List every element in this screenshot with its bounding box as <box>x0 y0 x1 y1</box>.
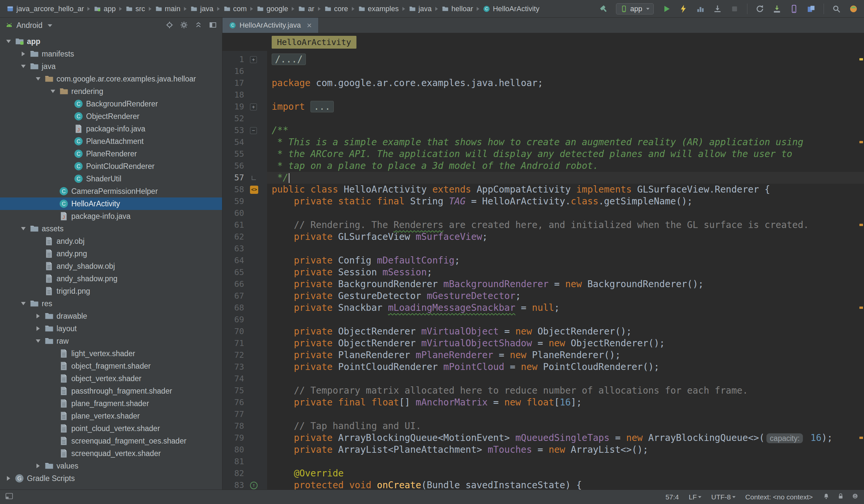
sync-icon[interactable] <box>755 4 765 13</box>
code-line-80[interactable]: 80 private ArrayList<PlaneAttachment> mT… <box>223 444 864 456</box>
line-number[interactable]: 54 <box>223 136 248 148</box>
line-number[interactable]: 82 <box>223 468 248 479</box>
chevron-down-icon[interactable] <box>32 339 44 343</box>
code-line-52[interactable]: 52 <box>223 113 864 124</box>
tree-item-shaderutil[interactable]: CShaderUtil <box>0 172 222 185</box>
line-separator-widget[interactable]: LF <box>689 493 702 501</box>
code-line-61[interactable]: 61 // Rendering. The Renderers are creat… <box>223 219 864 231</box>
tree-item-backgroundrenderer[interactable]: CBackgroundRenderer <box>0 98 222 110</box>
line-number[interactable]: 18 <box>223 89 248 101</box>
breadcrumb-class-chip[interactable]: HelloArActivity <box>272 36 357 49</box>
breadcrumb-item-examples[interactable]: examples <box>357 4 399 14</box>
breadcrumb-item-java[interactable]: java <box>190 4 214 14</box>
line-number[interactable]: 68 <box>223 302 248 314</box>
locate-icon[interactable] <box>166 21 173 30</box>
stripe-warning-mark[interactable] <box>860 141 863 143</box>
tree-item-drawable[interactable]: drawable <box>0 310 222 322</box>
code-line-70[interactable]: 70 private ObjectRenderer mVirtualObject… <box>223 326 864 337</box>
attach-debugger-icon[interactable] <box>713 4 722 13</box>
tree-item-object-fragment-shader[interactable]: object_fragment.shader <box>0 360 222 372</box>
fold-collapse-icon[interactable]: − <box>250 127 257 134</box>
code-line-67[interactable]: 67 private GestureDetector mGestureDetec… <box>223 290 864 302</box>
line-number[interactable]: 60 <box>223 207 248 219</box>
code-line-74[interactable]: 74 <box>223 373 864 385</box>
error-stripe[interactable] <box>858 51 864 490</box>
code-line-75[interactable]: 75 // Temporary matrix allocated here to… <box>223 385 864 397</box>
stripe-caret-mark[interactable] <box>860 58 863 60</box>
layout-inspector-icon[interactable] <box>806 4 816 13</box>
chevron-right-icon[interactable] <box>17 51 29 56</box>
project-view-selector[interactable]: Android <box>5 21 52 30</box>
sdk-manager-icon[interactable] <box>772 4 781 13</box>
line-number[interactable]: 57 <box>223 172 248 184</box>
breadcrumb-item-helloaractivity[interactable]: CHelloArActivity <box>482 4 540 14</box>
line-number[interactable]: 64 <box>223 255 248 266</box>
hide-panel-icon[interactable] <box>209 21 217 30</box>
avd-manager-icon[interactable] <box>789 4 799 13</box>
fold-expand-icon[interactable]: + <box>250 104 257 110</box>
code-line-83[interactable]: 83↑ protected void onCreate(Bundle saved… <box>223 479 864 490</box>
code-line-81[interactable]: 81 <box>223 456 864 468</box>
code-line-16[interactable]: 16 <box>223 65 864 77</box>
tree-item-planeattachment[interactable]: CPlaneAttachment <box>0 135 222 147</box>
breadcrumb-item-java-arcore-hello-ar[interactable]: java_arcore_hello_ar <box>6 4 84 14</box>
line-number[interactable]: 17 <box>223 77 248 89</box>
line-number[interactable]: 19 <box>223 101 248 113</box>
tree-item-planerenderer[interactable]: CPlaneRenderer <box>0 147 222 160</box>
breadcrumb-item-google[interactable]: google <box>256 4 289 14</box>
code-line-71[interactable]: 71 private ObjectRenderer mVirtualObject… <box>223 337 864 349</box>
line-number[interactable]: 71 <box>223 337 248 349</box>
caret-position-widget[interactable]: 57:4 <box>665 493 679 501</box>
code-line-72[interactable]: 72 private PlaneRenderer mPlaneRenderer … <box>223 349 864 361</box>
tree-item-package-info-java[interactable]: Jpackage-info.java <box>0 122 222 135</box>
tree-item-assets[interactable]: assets <box>0 223 222 235</box>
code-line-76[interactable]: 76 private final float[] mAnchorMatrix =… <box>223 397 864 408</box>
tree-item-camerapermissionhelper[interactable]: CCameraPermissionHelper <box>0 185 222 197</box>
code-line-73[interactable]: 73 private PointCloudRenderer mPointClou… <box>223 361 864 373</box>
inspections-icon[interactable] <box>852 492 859 501</box>
search-icon[interactable] <box>832 4 841 13</box>
line-number[interactable]: 76 <box>223 397 248 408</box>
assistant-icon[interactable] <box>849 4 858 13</box>
tree-item-com-google-ar-core-examples-java-helloar[interactable]: com.google.ar.core.examples.java.helloar <box>0 73 222 85</box>
line-number[interactable]: 73 <box>223 361 248 373</box>
code-line-69[interactable]: 69 <box>223 314 864 326</box>
toolwindow-switcher-icon[interactable] <box>5 492 13 502</box>
line-number[interactable]: 80 <box>223 444 248 456</box>
code-line-82[interactable]: 82 @Override <box>223 468 864 479</box>
code-line-17[interactable]: 17package com.google.ar.core.examples.ja… <box>223 77 864 89</box>
tree-item-rendering[interactable]: rendering <box>0 85 222 98</box>
tree-item-plane-vertex-shader[interactable]: plane_vertex.shader <box>0 410 222 422</box>
override-method-icon[interactable]: ↑ <box>250 482 257 489</box>
breadcrumb-item-java[interactable]: java <box>408 4 432 14</box>
code-line-55[interactable]: 55 * the ARCore API. The application wil… <box>223 148 864 160</box>
code-line-78[interactable]: 78 // Tap handling and UI. <box>223 420 864 432</box>
line-number[interactable]: 66 <box>223 278 248 290</box>
line-number[interactable]: 1 <box>223 53 248 65</box>
line-number[interactable]: 63 <box>223 243 248 255</box>
chevron-down-icon[interactable] <box>3 40 14 43</box>
run-icon[interactable] <box>662 4 671 13</box>
tree-item-helloaractivity[interactable]: CHelloArActivity <box>0 197 222 210</box>
tree-item-values[interactable]: values <box>0 460 222 472</box>
line-number[interactable]: 61 <box>223 219 248 231</box>
breadcrumb-item-app[interactable]: app <box>93 4 116 14</box>
line-number[interactable]: 69 <box>223 314 248 326</box>
line-number[interactable]: 67 <box>223 290 248 302</box>
stripe-warning-mark[interactable] <box>860 437 863 439</box>
code-line-66[interactable]: 66 private BackgroundRenderer mBackgroun… <box>223 278 864 290</box>
tree-item-app[interactable]: app <box>0 35 222 48</box>
tree-item-passthrough-fragment-shader[interactable]: passthrough_fragment.shader <box>0 385 222 397</box>
breadcrumb-item-helloar[interactable]: helloar <box>441 4 474 14</box>
code-line-19[interactable]: 19+import ... <box>223 101 864 113</box>
line-number[interactable]: 83 <box>223 479 248 490</box>
code-line-56[interactable]: 56 * tap on a plane to place a 3d model … <box>223 160 864 172</box>
chevron-right-icon[interactable] <box>32 314 44 319</box>
tree-item-pointcloudrenderer[interactable]: CPointCloudRenderer <box>0 160 222 172</box>
tree-item-object-vertex-shader[interactable]: object_vertex.shader <box>0 372 222 385</box>
tree-item-andy-obj[interactable]: andy.obj <box>0 235 222 248</box>
code-line-1[interactable]: 1+/.../ <box>223 53 864 65</box>
build-hammer-icon[interactable] <box>599 4 608 13</box>
line-number[interactable]: 65 <box>223 266 248 278</box>
tree-item-res[interactable]: res <box>0 297 222 310</box>
